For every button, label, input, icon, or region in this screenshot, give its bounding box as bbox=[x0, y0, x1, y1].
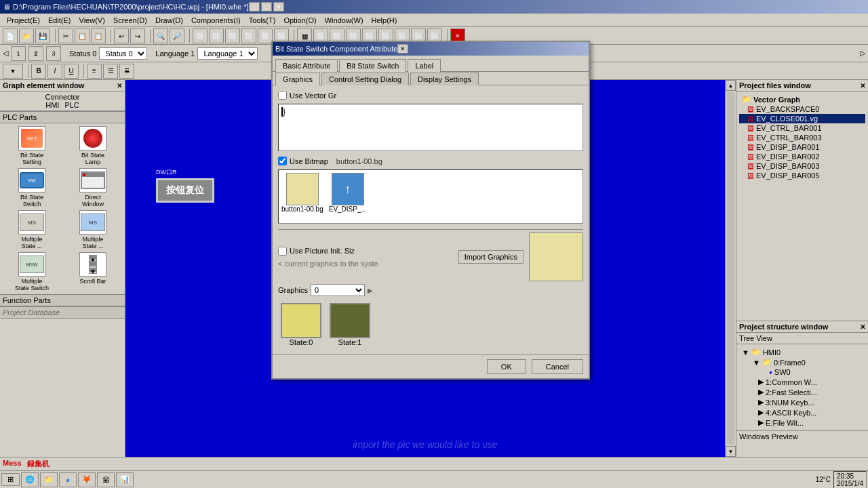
taskbar-chrome[interactable]: ● bbox=[59, 472, 77, 487]
use-bitmap-checkbox[interactable] bbox=[278, 157, 287, 165]
taskbar-app1[interactable]: 🏛 bbox=[97, 472, 115, 487]
dialog-title-text: Bit State Switch Component Attribute bbox=[275, 45, 397, 53]
preview-box bbox=[529, 232, 583, 281]
use-bitmap-label: Use Bitmap bbox=[290, 157, 328, 165]
graphics-dropdown[interactable]: 0 bbox=[311, 284, 365, 296]
taskbar-temp: 12°C bbox=[816, 476, 831, 483]
dialog-close-button[interactable]: ✕ bbox=[397, 44, 408, 54]
dialog-tabs-row2: Graphics Control Setting Dialog Display … bbox=[273, 72, 589, 85]
cursor-char: } bbox=[283, 107, 285, 117]
taskbar-clock: 20:35 2015/1/4 bbox=[833, 471, 867, 489]
dialog-footer: OK Cancel bbox=[273, 354, 589, 378]
states-row: State:0 State:1 bbox=[278, 300, 583, 349]
state1-preview bbox=[330, 303, 370, 338]
taskbar-ff[interactable]: 🦊 bbox=[78, 472, 96, 487]
tab-bit-state-switch[interactable]: Bit State Switch bbox=[339, 59, 406, 72]
image-preview-1 bbox=[286, 173, 319, 205]
use-picture-checkbox[interactable] bbox=[278, 247, 287, 256]
image-item-2[interactable]: ↑ EV_DISP_... bbox=[329, 173, 367, 220]
state0-item[interactable]: State:0 bbox=[281, 303, 321, 346]
start-button[interactable]: ⊞ bbox=[1, 473, 20, 486]
use-picture-label: Use Picture Init. Siz bbox=[290, 247, 355, 255]
use-vector-label: Use Vector Gr bbox=[290, 92, 336, 100]
divider1 bbox=[278, 229, 583, 230]
dialog-content: Use Vector Gr } Use Bitmap button1-00.bg bbox=[273, 85, 589, 354]
tab-control-setting[interactable]: Control Setting Dialog bbox=[321, 73, 409, 85]
picture-row: Use Picture Init. Siz < current graphics… bbox=[278, 232, 583, 281]
tab-graphics[interactable]: Graphics bbox=[275, 73, 320, 85]
dialog-bit-state-switch: Bit State Switch Component Attribute ✕ B… bbox=[271, 41, 590, 380]
tab-basic-attribute[interactable]: Basic Attribute bbox=[275, 59, 338, 72]
dialog-overlay: Bit State Switch Component Attribute ✕ B… bbox=[0, 0, 868, 488]
state0-preview bbox=[281, 303, 321, 338]
use-bitmap-row: Use Bitmap button1-00.bg bbox=[278, 157, 583, 165]
state0-label: State:0 bbox=[290, 338, 313, 346]
ok-button[interactable]: OK bbox=[487, 359, 526, 374]
dialog-titlebar: Bit State Switch Component Attribute ✕ bbox=[273, 42, 589, 56]
tab-display-settings[interactable]: Display Settings bbox=[410, 73, 479, 85]
dialog-tabs-row1: Basic Attribute Bit State Switch Label bbox=[273, 56, 589, 72]
image-preview-2: ↑ bbox=[332, 173, 364, 205]
taskbar-app2[interactable]: 📊 bbox=[116, 472, 134, 487]
taskbar: ⊞ 🌐 📁 ● 🦊 🏛 📊 12°C 20:35 2015/1/4 bbox=[0, 470, 868, 488]
use-picture-row: Use Picture Init. Siz bbox=[278, 247, 453, 256]
image-label-1: button1-00.bg bbox=[281, 205, 323, 213]
vector-textbox[interactable]: } bbox=[278, 104, 583, 151]
state1-label: State:1 bbox=[338, 338, 362, 346]
cancel-button[interactable]: Cancel bbox=[532, 359, 583, 374]
import-graphics-button[interactable]: Import Graphics bbox=[458, 250, 524, 264]
image-label-2: EV_DISP_... bbox=[329, 205, 367, 213]
hint-current-graphics: < current graphics to the syste bbox=[278, 260, 453, 268]
taskbar-folder[interactable]: 📁 bbox=[40, 472, 58, 487]
taskbar-ie[interactable]: 🌐 bbox=[21, 472, 39, 487]
graphics-row: Graphics 0 ▶ bbox=[278, 284, 583, 296]
bitmap-filename: button1-00.bg bbox=[336, 157, 382, 165]
image-item-1[interactable]: button1-00.bg bbox=[281, 173, 323, 220]
image-list: button1-00.bg ↑ EV_DISP_... bbox=[278, 169, 583, 224]
graphics-label: Graphics bbox=[278, 286, 308, 294]
use-vector-checkbox[interactable] bbox=[278, 91, 287, 100]
state1-item[interactable]: State:1 bbox=[330, 303, 370, 346]
graphics-scroll-right[interactable]: ▶ bbox=[368, 287, 373, 294]
use-vector-row: Use Vector Gr bbox=[278, 91, 583, 100]
tab-label[interactable]: Label bbox=[408, 59, 441, 72]
